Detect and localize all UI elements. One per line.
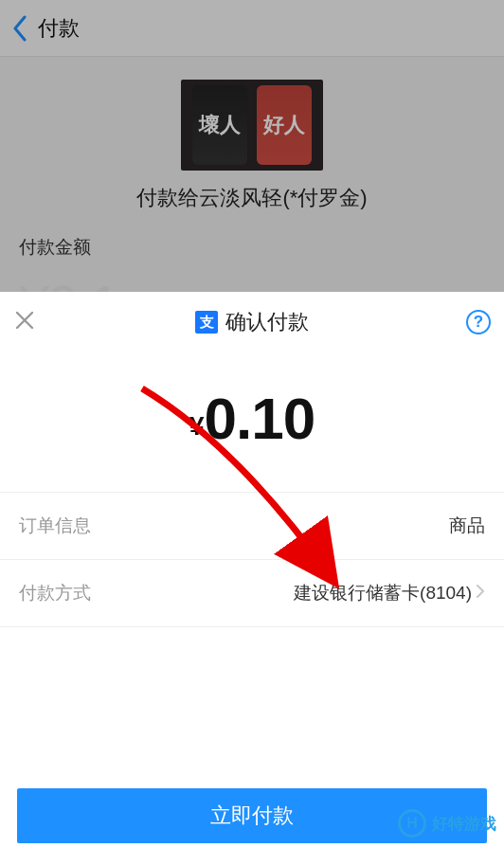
currency-symbol: ¥ [189,411,205,441]
payment-amount: ¥0.10 [0,352,504,492]
confirm-payment-sheet: 支 确认付款 ? ¥0.10 订单信息 商品 付款方式 建设银行储蓄卡(8104… [0,292,504,866]
chevron-right-icon [476,583,485,604]
alipay-logo-icon: 支 [195,311,218,334]
sheet-title: 支 确认付款 [195,308,309,336]
payment-method-value: 建设银行储蓄卡(8104) [294,581,472,605]
payment-method-row[interactable]: 付款方式 建设银行储蓄卡(8104) [0,559,504,627]
watermark-text: 好特游戏 [432,813,496,835]
sheet-title-text: 确认付款 [225,308,309,336]
payment-method-label: 付款方式 [19,581,91,605]
order-info-label: 订单信息 [19,514,91,538]
watermark: H 好特游戏 [398,809,496,838]
watermark-icon: H [398,809,426,838]
pay-now-label: 立即付款 [210,802,294,830]
order-info-value: 商品 [449,514,485,538]
spacer [0,627,504,788]
help-icon[interactable]: ? [466,310,491,334]
sheet-header: 支 确认付款 ? [0,292,504,352]
order-info-row: 订单信息 商品 [0,492,504,559]
amount-value: 0.10 [204,386,315,451]
close-icon[interactable] [13,308,36,336]
